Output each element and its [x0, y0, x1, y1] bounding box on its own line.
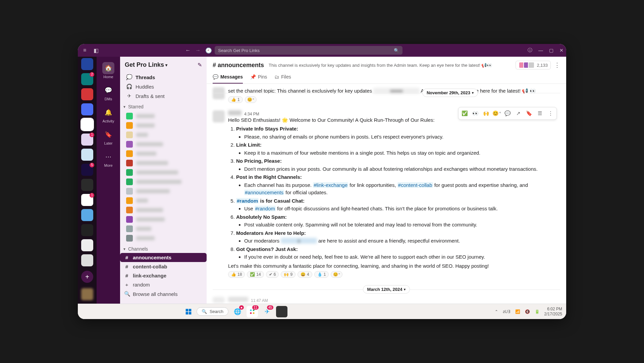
- workspace-icon[interactable]: 5: [81, 164, 93, 176]
- member-count-button[interactable]: 2,133: [516, 61, 551, 69]
- volume-icon[interactable]: 🔇: [525, 309, 530, 314]
- battery-icon[interactable]: 🔋: [535, 309, 540, 314]
- react-eyes-icon[interactable]: 👀: [470, 108, 480, 118]
- reaction[interactable]: ✔ 6: [266, 271, 279, 278]
- taskbar-telegram[interactable]: ✈45: [261, 306, 273, 317]
- date-pill[interactable]: November 29th, 2023▾: [422, 89, 478, 97]
- tab-pins[interactable]: 📌Pins: [250, 72, 267, 84]
- react-check-icon[interactable]: ✅: [460, 108, 470, 118]
- channel-link[interactable]: #random: [236, 198, 259, 204]
- sidebar-drafts[interactable]: ✈Drafts & sent: [123, 91, 203, 101]
- reaction-thumbsup[interactable]: 👍 1: [228, 96, 243, 103]
- add-reaction-button[interactable]: 😊⁺: [331, 271, 342, 278]
- columns-icon[interactable]: ◧: [94, 47, 99, 54]
- browse-channels[interactable]: 🔍Browse all channels: [120, 289, 207, 299]
- channel-announcements[interactable]: #announcements: [120, 253, 207, 262]
- workspace-icon[interactable]: 2: [81, 73, 93, 85]
- dm-item[interactable]: [123, 111, 203, 121]
- channel-content-collab[interactable]: #content-collab: [120, 262, 207, 271]
- taskbar-app[interactable]: [276, 306, 287, 317]
- back-icon[interactable]: ←: [185, 47, 191, 53]
- nav-more[interactable]: ⋯ More: [97, 149, 120, 169]
- minimize-icon[interactable]: —: [538, 48, 543, 53]
- workspace-icon[interactable]: [81, 224, 93, 236]
- workspace-switcher[interactable]: Get Pro Links ▾: [125, 61, 198, 68]
- history-icon[interactable]: 🕘: [205, 47, 212, 54]
- reaction[interactable]: 👍 18: [228, 271, 245, 278]
- author-name[interactable]: [228, 110, 241, 115]
- dm-item[interactable]: [123, 158, 203, 168]
- workspace-icon[interactable]: [81, 149, 93, 161]
- global-search[interactable]: Search Get Pro Links 🔍: [215, 46, 402, 55]
- dm-item[interactable]: [123, 224, 203, 234]
- forward-icon[interactable]: →: [195, 47, 201, 53]
- dm-item[interactable]: [123, 130, 203, 140]
- more-actions-icon[interactable]: ⋮: [545, 108, 555, 118]
- start-button[interactable]: [184, 307, 193, 316]
- dm-item[interactable]: [123, 121, 203, 130]
- add-reaction-icon[interactable]: 😊⁺: [492, 108, 502, 118]
- nav-later[interactable]: 🔖 Later: [97, 126, 120, 147]
- tray-chevron-icon[interactable]: ⌃: [495, 309, 498, 314]
- dm-item[interactable]: [123, 140, 203, 149]
- sidebar-huddles[interactable]: 🎧Huddles: [123, 82, 203, 91]
- taskbar-slack[interactable]: 11: [247, 306, 258, 317]
- help-icon[interactable]: ⓘ: [528, 47, 532, 53]
- message[interactable]: 11:47 AM: [207, 296, 566, 304]
- reaction[interactable]: 🙌 9: [281, 271, 296, 278]
- date-pill[interactable]: March 12th, 2024▾: [363, 285, 410, 294]
- channel-topic[interactable]: This channel is exclusively for key upda…: [269, 63, 511, 68]
- dm-item[interactable]: [123, 187, 203, 196]
- dm-item[interactable]: [123, 205, 203, 215]
- channel-name-button[interactable]: #announcements: [213, 62, 264, 69]
- workspace-icon[interactable]: 1: [81, 134, 93, 146]
- tray-lang[interactable]: ƨUƎ: [503, 309, 511, 314]
- workspace-icon[interactable]: [81, 254, 93, 266]
- channel-random[interactable]: +random: [120, 280, 207, 289]
- tab-files[interactable]: 🗂Files: [274, 72, 291, 84]
- bookmark-icon[interactable]: 🔖: [524, 108, 534, 118]
- share-icon[interactable]: ↗: [513, 108, 523, 118]
- workspace-icon[interactable]: [81, 88, 93, 100]
- close-icon[interactable]: ✕: [559, 48, 564, 53]
- compose-icon[interactable]: ✎: [198, 62, 202, 68]
- reply-thread-icon[interactable]: 💬: [502, 108, 513, 118]
- add-reaction-button[interactable]: 😊⁺: [245, 96, 257, 103]
- workspace-icon[interactable]: [81, 179, 93, 191]
- nav-home[interactable]: 🏠 Home: [97, 60, 120, 81]
- tab-messages[interactable]: 💬Messages: [213, 72, 243, 84]
- remind-icon[interactable]: ☰: [535, 108, 545, 118]
- taskbar-search[interactable]: 🔍 Search: [197, 307, 228, 316]
- dm-item[interactable]: [123, 168, 203, 177]
- workspace-icon[interactable]: [81, 209, 93, 221]
- taskbar-chrome[interactable]: 🌐●: [232, 306, 243, 317]
- clock[interactable]: 6:02 PM 2/17/2025: [544, 307, 562, 316]
- channel-link[interactable]: #content-collab: [397, 182, 433, 188]
- message[interactable]: set the channel topic: This channel is e…: [207, 86, 566, 104]
- dm-item[interactable]: [123, 215, 203, 224]
- workspace-icon[interactable]: [81, 118, 93, 131]
- section-channels[interactable]: ▼Channels: [120, 244, 207, 253]
- message[interactable]: ✅ 👀 🙌 😊⁺ 💬 ↗ 🔖 ☰ ⋮ 4:34 PM: [207, 109, 566, 279]
- add-workspace-button[interactable]: +: [81, 271, 93, 283]
- channel-more-icon[interactable]: ⋮: [554, 61, 560, 69]
- dm-item[interactable]: [123, 196, 203, 205]
- timestamp[interactable]: 4:34 PM: [244, 112, 259, 116]
- app-menu-icon[interactable]: ≡: [80, 46, 89, 55]
- wifi-icon[interactable]: 📶: [515, 309, 520, 314]
- dm-item[interactable]: [123, 149, 203, 158]
- channel-link[interactable]: #random: [255, 206, 276, 211]
- nav-activity[interactable]: 🔔 Activity: [97, 104, 120, 125]
- reaction[interactable]: 😀 4: [298, 271, 312, 278]
- channel-link[interactable]: #link-exchange: [313, 182, 348, 188]
- workspace-icon[interactable]: 1: [81, 194, 93, 206]
- dm-item[interactable]: [123, 234, 203, 243]
- user-avatar[interactable]: [81, 288, 93, 300]
- section-starred[interactable]: ▼Starred: [120, 101, 207, 111]
- dm-item[interactable]: [123, 177, 203, 187]
- sidebar-threads[interactable]: 💭Threads: [123, 72, 203, 82]
- reaction[interactable]: 💧 1: [314, 271, 329, 278]
- channel-link-exchange[interactable]: #link-exchange: [120, 271, 207, 280]
- reaction[interactable]: ✅ 14: [247, 271, 264, 278]
- workspace-icon[interactable]: [81, 103, 93, 115]
